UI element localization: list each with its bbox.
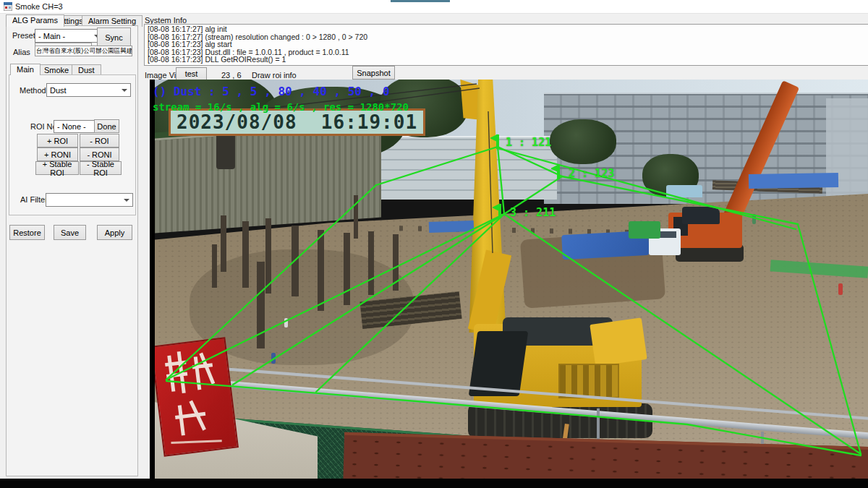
chevron-down-icon <box>122 89 127 95</box>
sync-button[interactable]: Sync <box>97 27 131 48</box>
dust-params-overlay: () Dust : 5 , 5 , 80 , 40 , 50 , 0 <box>153 85 390 98</box>
stream-stats-overlay: stream = 16/s , alg = 6/s , res = 1280*7… <box>153 101 409 113</box>
save-button[interactable]: Save <box>54 225 86 240</box>
ai-filter-select[interactable] <box>46 193 133 207</box>
test-button[interactable]: test <box>176 67 207 80</box>
method-select-value: Dust <box>50 86 67 95</box>
alias-label: Alias <box>13 48 30 56</box>
log-line: [08-08 16:17:23] DLL GetROIResult() = 1 <box>148 56 868 64</box>
draw-roi-info-label[interactable]: Draw roi info <box>252 71 297 80</box>
add-stable-roi-button[interactable]: + Stable ROI <box>35 161 79 175</box>
top-window-edge <box>391 0 450 2</box>
system-info-log[interactable]: [08-08 16:17:27] alg init [08-08 16:17:2… <box>144 24 868 66</box>
chevron-down-icon <box>124 199 129 205</box>
remove-stable-roi-button[interactable]: - Stable ROI <box>80 161 122 175</box>
roi-label-2: 2 : 123 <box>569 167 614 180</box>
apply-button[interactable]: Apply <box>97 225 132 240</box>
method-select[interactable]: Dust <box>46 83 131 97</box>
bottom-black-bar <box>0 479 868 488</box>
app-icon <box>4 2 12 11</box>
cursor-coords: 23 , 6 <box>221 71 242 80</box>
preset-select[interactable]: - Main - <box>35 29 103 43</box>
roi-label-1: 1 : 121 <box>506 136 551 149</box>
done-button[interactable]: Done <box>94 119 119 133</box>
subtab-main[interactable]: Main <box>10 64 41 75</box>
log-line: [08-08 16:17:27] alg init <box>148 25 868 33</box>
remove-roi-button[interactable]: - ROI <box>80 134 119 147</box>
preset-select-value: - Main - <box>38 32 65 40</box>
method-label: Method <box>20 86 46 95</box>
camera-image-view[interactable]: () Dust : 5 , 5 , 80 , 40 , 50 , 0 strea… <box>150 80 868 479</box>
restore-button[interactable]: Restore <box>9 225 45 240</box>
alias-value: 台灣省自來水(股)公司辦公園區興建工 <box>36 47 132 56</box>
roi-no-select-value: - None - <box>57 122 86 131</box>
log-line: [08-08 16:17:27] (stream) resolution cha… <box>148 33 868 41</box>
roi-label-3: 3 : 211 <box>510 206 556 219</box>
window-title: Smoke CH=3 <box>15 2 63 11</box>
preset-label: Preset <box>12 31 35 40</box>
alias-field[interactable]: 台灣省自來水(股)公司辦公園區興建工 <box>35 46 132 56</box>
tab-alg-params[interactable]: ALG Params <box>6 14 64 27</box>
snapshot-button[interactable]: Snapshot <box>352 66 395 80</box>
add-roi-button[interactable]: + ROI <box>37 134 78 147</box>
ai-filter-label: AI Filter <box>20 195 48 204</box>
